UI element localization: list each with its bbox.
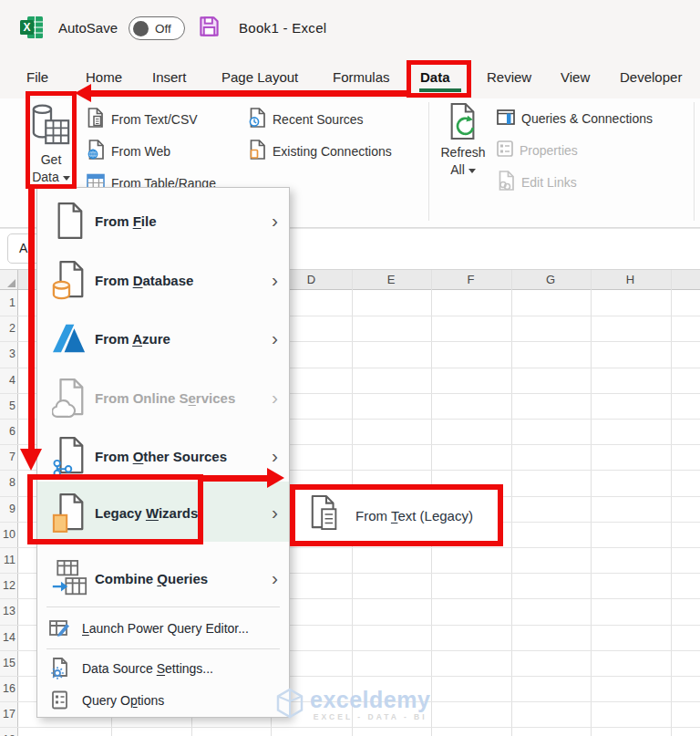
chevron-right-icon: ›: [272, 327, 278, 349]
recent-sources-icon: [248, 108, 266, 131]
annotation-arrow-line-down: [28, 187, 35, 450]
watermark-brand: exceldemy: [310, 688, 430, 711]
annotation-arrowhead-left: [75, 84, 91, 102]
row-header-10[interactable]: 10: [0, 522, 15, 547]
annotation-box-data-tab: [407, 60, 471, 98]
tab-developer[interactable]: Developer: [620, 55, 682, 98]
existing-connections-icon: [248, 140, 266, 163]
from-file-icon: [49, 202, 89, 240]
properties-icon: [497, 140, 513, 161]
from-web-button[interactable]: From Web: [87, 141, 170, 161]
query-options-icon: [47, 690, 73, 710]
gridline-vertical: [671, 270, 672, 736]
exceldemy-cube-icon: [275, 688, 304, 722]
from-text-csv-button[interactable]: From Text/CSV: [87, 109, 198, 130]
column-header-E[interactable]: E: [352, 270, 430, 290]
annotation-arrowhead-down: [20, 449, 42, 471]
menu-item-from-online-services[interactable]: From Online Services ›: [37, 368, 289, 427]
from-database-icon: [49, 260, 89, 300]
row-header-16[interactable]: 16: [0, 676, 15, 701]
row-header-12[interactable]: 12: [0, 573, 15, 598]
chevron-right-icon: ›: [272, 269, 278, 291]
tab-review[interactable]: Review: [487, 55, 531, 98]
chevron-right-icon: ›: [272, 445, 278, 467]
gridline-vertical: [511, 270, 512, 736]
row-header-17[interactable]: 17: [0, 701, 15, 727]
row-header-18[interactable]: 18: [0, 727, 15, 736]
tab-view[interactable]: View: [561, 55, 590, 98]
title-bar: X AutoSave Off Book1 - Excel: [0, 0, 700, 55]
get-data-dropdown-menu: From File › From Database › From Azure ›…: [36, 187, 290, 718]
row-header-3[interactable]: 3: [0, 341, 15, 367]
annotation-arrow-line-right: [201, 475, 268, 482]
row-header-7[interactable]: 7: [0, 444, 15, 470]
annotation-arrowhead-right: [267, 468, 284, 488]
excel-logo-icon: X: [19, 16, 44, 43]
data-source-settings-icon: [47, 658, 73, 679]
ribbon-group-separator: [428, 102, 429, 221]
combine-queries-icon: [49, 558, 89, 598]
gridline-vertical: [591, 270, 592, 736]
from-other-sources-icon: [49, 436, 89, 476]
row-header-14[interactable]: 14: [0, 625, 15, 650]
properties-button[interactable]: Properties: [497, 140, 578, 161]
select-all-corner[interactable]: [0, 270, 18, 290]
chevron-right-icon: ›: [272, 387, 278, 409]
row-header-9[interactable]: 9: [0, 496, 15, 522]
existing-connections-button[interactable]: Existing Connections: [248, 141, 392, 161]
from-online-services-icon: [49, 378, 89, 418]
autosave-state: Off: [155, 22, 171, 36]
menu-separator: [46, 606, 280, 607]
excel-window: X AutoSave Off Book1 - Excel File Home I…: [0, 0, 700, 736]
row-header-15[interactable]: 15: [0, 650, 15, 676]
chevron-right-icon: ›: [272, 567, 278, 589]
ribbon-group-separator: [694, 102, 695, 221]
queries-connections-icon: [497, 109, 515, 129]
queries-connections-button[interactable]: Queries & Connections: [497, 109, 653, 129]
from-text-legacy-icon: [309, 494, 342, 536]
refresh-all-button[interactable]: Refresh All: [439, 102, 487, 179]
row-header-6[interactable]: 6: [0, 419, 15, 444]
power-query-editor-icon: [47, 619, 73, 638]
from-web-icon: [87, 140, 105, 163]
legacy-wizards-submenu: From Text (Legacy): [290, 484, 503, 546]
exceldemy-watermark: exceldemy EXCEL - DATA - BI: [275, 688, 430, 722]
menu-item-query-options[interactable]: Query Options: [37, 682, 289, 719]
edit-links-button[interactable]: Edit Links: [497, 172, 577, 192]
svg-text:X: X: [23, 21, 30, 34]
menu-item-from-text-legacy[interactable]: From Text (Legacy): [355, 508, 473, 523]
row-header-11[interactable]: 11: [0, 547, 15, 573]
row-header-1[interactable]: 1: [0, 290, 15, 316]
gridline-horizontal: [0, 727, 700, 728]
menu-item-from-file[interactable]: From File ›: [37, 192, 289, 250]
row-header-4[interactable]: 4: [0, 368, 15, 393]
from-azure-icon: [49, 322, 89, 355]
menu-item-from-database[interactable]: From Database ›: [37, 251, 289, 309]
recent-sources-button[interactable]: Recent Sources: [248, 109, 364, 130]
annotation-box-legacy-wizards: [27, 474, 203, 544]
row-header-8[interactable]: 8: [0, 470, 15, 495]
dropdown-caret-icon: [468, 169, 476, 173]
toggle-knob-icon: [133, 21, 149, 36]
save-icon[interactable]: [199, 16, 220, 41]
autosave-label: AutoSave: [58, 20, 118, 36]
from-text-csv-icon: [87, 108, 105, 131]
menu-item-from-azure[interactable]: From Azure ›: [37, 309, 289, 368]
row-header-5[interactable]: 5: [0, 393, 15, 419]
column-header-F[interactable]: F: [432, 270, 510, 290]
watermark-tagline: EXCEL - DATA - BI: [314, 712, 427, 721]
menu-item-launch-power-query-editor[interactable]: Launch Power Query Editor...: [37, 609, 289, 648]
refresh-all-icon: [447, 102, 479, 144]
column-header-G[interactable]: G: [511, 270, 590, 290]
chevron-right-icon: ›: [272, 502, 278, 523]
chevron-right-icon: ›: [272, 210, 278, 232]
column-header-H[interactable]: H: [592, 270, 670, 290]
workbook-title: Book1 - Excel: [239, 20, 326, 36]
edit-links-icon: [497, 171, 515, 194]
autosave-toggle[interactable]: Off: [129, 16, 185, 40]
row-header-13[interactable]: 13: [0, 598, 15, 624]
annotation-arrow-line-left: [90, 90, 407, 97]
annotation-box-get-data: [26, 91, 77, 189]
menu-item-combine-queries[interactable]: Combine Queries ›: [37, 549, 289, 607]
row-header-2[interactable]: 2: [0, 316, 15, 341]
